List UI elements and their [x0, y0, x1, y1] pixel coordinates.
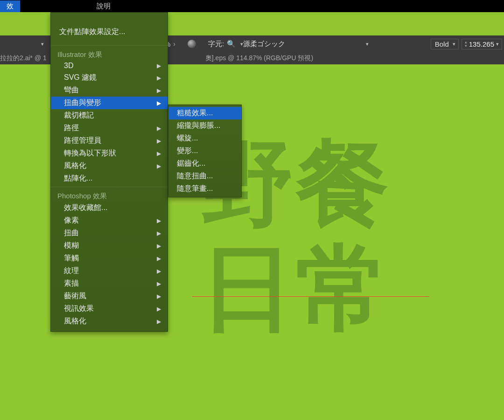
distort-submenu-item[interactable]: 螺旋...	[168, 132, 241, 145]
distort-submenu-item[interactable]: 變形...	[168, 145, 241, 157]
chevron-right-icon: ▶	[157, 163, 161, 169]
chevron-right-icon: ▶	[157, 150, 161, 157]
chevron-down-icon: ▾	[496, 41, 499, 47]
photoshop-effect-item[interactable]: 像素▶	[51, 214, 168, 227]
menu-item-label: 3D	[64, 62, 73, 70]
menu-item-label: 隨意扭曲...	[177, 171, 213, 181]
menu-item-label: 藝術風	[64, 291, 86, 301]
photoshop-effect-item[interactable]: 視訊效果▶	[51, 302, 168, 315]
menu-item-label: 隨意筆畫...	[177, 184, 213, 194]
chevron-right-icon: ▶	[157, 87, 161, 94]
font-size-value: 135.265	[469, 40, 494, 48]
chevron-right-icon: ▶	[157, 125, 161, 132]
illustrator-effect-item[interactable]: 點陣化...	[51, 172, 168, 185]
chevron-right-icon: ▶	[157, 63, 161, 69]
menu-item-label: 路徑管理員	[64, 136, 101, 146]
photoshop-effect-item[interactable]: 素描▶	[51, 277, 168, 290]
chevron-right-icon: ▶	[157, 293, 161, 300]
distort-submenu-item[interactable]: 縮攏與膨脹...	[168, 119, 241, 132]
menu-item-label: 像素	[64, 216, 79, 225]
illustrator-effect-item[interactable]: 3D▶	[51, 60, 168, 71]
menu-item-label: 模糊	[64, 241, 79, 251]
menu-item-label: 裁切標記	[64, 111, 94, 120]
illustrator-effect-item[interactable]: 轉換為以下形狀▶	[51, 147, 168, 160]
chevron-down-icon: ▾	[453, 41, 455, 47]
menu-item-label: 粗糙效果...	[177, 108, 213, 118]
menu-item-label: 風格化	[64, 316, 86, 326]
chevron-down-icon[interactable]: ▾	[41, 41, 44, 47]
menu-item-label: 扭曲與變形	[64, 98, 101, 108]
distort-submenu-item[interactable]: 粗糙效果...	[168, 107, 241, 119]
menu-item-label: 效果收藏館...	[64, 203, 107, 213]
menu-item-label: 視訊效果	[64, 304, 94, 314]
illustrator-effect-item[interactable]: 路徑管理員▶	[51, 134, 168, 147]
chevron-right-icon[interactable]: ›	[173, 40, 175, 48]
menubar[interactable]: 效 說明	[0, 0, 504, 12]
menu-item-label: 點陣化...	[64, 174, 92, 183]
effects-menu[interactable]: 文件點陣效果設定... Illustrator 效果 3D▶SVG 濾鏡▶彎曲▶…	[50, 12, 168, 332]
menu-item-label: 紋理	[64, 266, 79, 276]
photoshop-effect-item[interactable]: 扭曲▶	[51, 227, 168, 239]
artwork-text-line-2[interactable]: 日常	[201, 242, 391, 335]
chevron-right-icon: ▶	[157, 318, 161, 325]
font-style-dropdown[interactable]: Bold ▾	[431, 39, 459, 49]
menu-item-label: 素描	[64, 279, 79, 288]
chevron-right-icon: ▶	[157, 230, 161, 237]
char-label: 字元:	[208, 40, 224, 49]
menu-help[interactable]: 說明	[90, 0, 117, 12]
chevron-right-icon: ▶	[157, 138, 161, 144]
photoshop-effect-item[interactable]: 紋理▶	[51, 265, 168, 277]
menu-item-label: 螺旋...	[177, 133, 198, 143]
chevron-right-icon: ▶	[157, 100, 161, 106]
photoshop-effect-item[interactable]: 藝術風▶	[51, 290, 168, 302]
menu-effects[interactable]: 效	[0, 0, 20, 12]
chevron-right-icon: ▶	[157, 306, 161, 312]
menu-item-label: 轉換為以下形狀	[64, 148, 116, 158]
illustrator-effect-item[interactable]: 裁切標記	[51, 109, 168, 122]
illustrator-effect-item[interactable]: 風格化▶	[51, 160, 168, 172]
menu-item-label: 縮攏與膨脹...	[177, 121, 220, 131]
menu-item-label: 扭曲	[64, 228, 79, 238]
search-icon[interactable]: 🔍	[227, 40, 236, 48]
menu-separator	[51, 187, 168, 187]
font-size-field[interactable]: ▴▾ 135.265 ▾	[462, 39, 502, 49]
font-style-value: Bold	[435, 40, 449, 48]
illustrator-effect-item[interactable]: 彎曲▶	[51, 84, 168, 97]
illustrator-effect-item[interactable]: SVG 濾鏡▶	[51, 71, 168, 84]
photoshop-effect-item[interactable]: 筆觸▶	[51, 252, 168, 265]
chevron-right-icon: ▶	[157, 255, 161, 262]
photoshop-effect-item[interactable]: 效果收藏館...	[51, 202, 168, 214]
menu-separator	[51, 45, 168, 46]
distort-submenu-item[interactable]: 鋸齒化...	[168, 157, 241, 170]
document-tab-left[interactable]: 拉拉的2.ai* @ 1	[0, 54, 47, 63]
chevron-down-icon[interactable]: ▾	[366, 41, 369, 47]
document-tab-right[interactable]: 奧].eps @ 114.87% (RGB/GPU 預視)	[205, 54, 313, 63]
font-family-field[interactable]: 源柔ゴシック	[243, 40, 299, 49]
size-stepper[interactable]: ▴▾	[465, 40, 467, 48]
menu-section-illustrator: Illustrator 效果	[51, 48, 168, 60]
distort-submenu[interactable]: 粗糙效果...縮攏與膨脹...螺旋...變形...鋸齒化...隨意扭曲...隨意…	[168, 105, 242, 197]
menu-item-label: 彎曲	[64, 85, 79, 95]
menu-item-doc-raster-settings[interactable]: 文件點陣效果設定...	[51, 18, 168, 43]
text-baseline-guide	[192, 296, 429, 297]
menu-item-label: 筆觸	[64, 253, 79, 263]
chevron-right-icon: ▶	[157, 217, 161, 224]
chevron-right-icon: ▶	[157, 280, 161, 287]
menu-item-label: SVG 濾鏡	[64, 73, 97, 83]
globe-icon[interactable]	[188, 40, 196, 48]
menu-item-label: 風格化	[64, 161, 86, 171]
distort-submenu-item[interactable]: 隨意扭曲...	[168, 170, 241, 182]
distort-submenu-item[interactable]: 隨意筆畫...	[168, 182, 241, 195]
chevron-right-icon: ▶	[157, 75, 161, 81]
chevron-right-icon: ▶	[157, 268, 161, 274]
menu-section-photoshop: Photoshop 效果	[51, 189, 168, 202]
illustrator-effect-item[interactable]: 路徑▶	[51, 122, 168, 134]
illustrator-effect-item[interactable]: 扭曲與變形▶	[51, 97, 168, 109]
menu-item-label: 鋸齒化...	[177, 159, 205, 168]
chevron-right-icon: ▶	[157, 243, 161, 249]
photoshop-effect-item[interactable]: 模糊▶	[51, 239, 168, 252]
menu-item-label: 路徑	[64, 123, 79, 133]
menu-item-label: 變形...	[177, 146, 198, 156]
photoshop-effect-item[interactable]: 風格化▶	[51, 315, 168, 328]
